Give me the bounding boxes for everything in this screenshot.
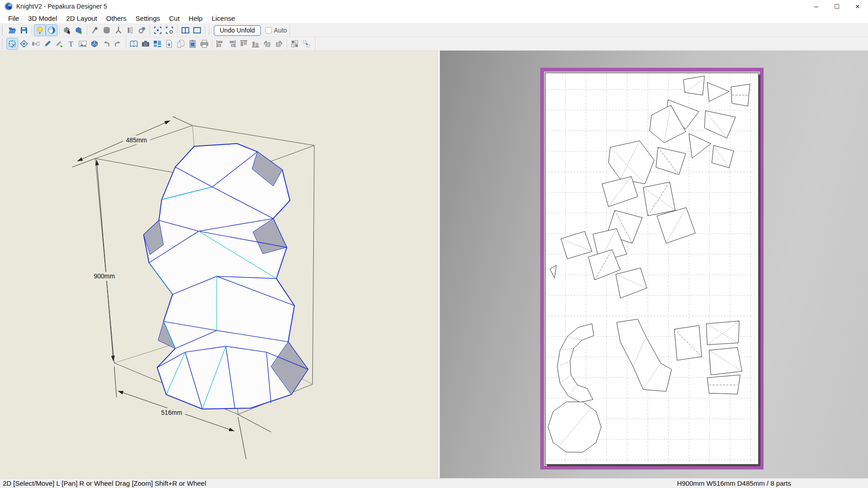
align-left-icon[interactable]: [214, 38, 226, 50]
link-views-icon[interactable]: [136, 24, 148, 36]
status-model-info: H900mm W516mm D485mm / 8 parts: [677, 479, 791, 487]
joint-tool-icon[interactable]: [89, 24, 101, 36]
print-icon[interactable]: [198, 38, 210, 50]
dimension-width: 485mm: [77, 121, 170, 161]
toolbar-grip-2[interactable]: [2, 39, 4, 49]
dimension-height: 900mm: [91, 160, 118, 361]
application-window: KnightV2 - Pepakura Designer 5 ─ ☐ ✕ Fil…: [0, 0, 868, 488]
menu-license[interactable]: License: [207, 14, 240, 23]
menu-others[interactable]: Others: [102, 14, 131, 23]
rotate-part-icon[interactable]: [18, 38, 30, 50]
menu-file[interactable]: File: [4, 14, 24, 23]
main-area: 485mm 900mm 516mm: [0, 51, 868, 478]
toolbar-grip[interactable]: [2, 25, 4, 35]
select-3d-black-icon[interactable]: [61, 24, 73, 36]
toggle-light-icon[interactable]: [34, 24, 46, 36]
single-pane-view-icon[interactable]: [191, 24, 203, 36]
checkbox-icon: [265, 27, 272, 33]
pattern-piece-base-circle[interactable]: [548, 402, 601, 452]
menu-3d-model[interactable]: 3D Model: [24, 14, 61, 23]
toggle-texture-icon[interactable]: [46, 24, 57, 36]
menu-bar: File 3D Model 2D Layout Others Settings …: [0, 13, 868, 23]
arrange-parts-icon[interactable]: [151, 38, 163, 50]
copy-page-icon[interactable]: [175, 38, 187, 50]
measure-tool-icon[interactable]: [113, 24, 124, 36]
menu-2d-layout[interactable]: 2D Layout: [61, 14, 101, 23]
selection-settings-icon[interactable]: [164, 24, 175, 36]
spacing-tool-icon[interactable]: [30, 38, 42, 50]
3d-model-canvas: 485mm 900mm 516mm: [0, 51, 437, 480]
two-pane-view-icon[interactable]: [179, 24, 191, 36]
close-button[interactable]: ✕: [847, 0, 868, 13]
selected-page-frame[interactable]: [540, 68, 764, 469]
title-bar: KnightV2 - Pepakura Designer 5 ─ ☐ ✕: [0, 0, 868, 13]
minimize-button[interactable]: ─: [806, 0, 826, 13]
undo-icon[interactable]: [100, 38, 112, 50]
auto-unfold-checkbox[interactable]: Auto: [265, 27, 287, 34]
rotate-part-left-icon[interactable]: [261, 38, 273, 50]
export-page-icon[interactable]: [163, 38, 175, 50]
toolbar-main: Undo Unfold Auto: [0, 23, 868, 37]
dim-depth-label: 516mm: [161, 409, 182, 416]
window-title: KnightV2 - Pepakura Designer 5: [16, 3, 107, 10]
unfold-pattern-canvas: [546, 73, 758, 464]
menu-settings[interactable]: Settings: [131, 14, 165, 23]
select-3d-green-icon[interactable]: [73, 24, 85, 36]
select-pattern-icon[interactable]: [289, 38, 301, 50]
edge-color-pen-icon[interactable]: [42, 38, 53, 50]
redo-icon[interactable]: [112, 38, 124, 50]
show-3d-position-icon[interactable]: [89, 38, 100, 50]
solid-view-icon[interactable]: [101, 24, 113, 36]
insert-image-icon[interactable]: [77, 38, 89, 50]
align-bottom-icon[interactable]: [250, 38, 261, 50]
undo-unfold-button[interactable]: Undo Unfold: [214, 25, 261, 36]
menu-cut[interactable]: Cut: [165, 14, 184, 23]
pattern-piece-crescent[interactable]: [557, 324, 594, 402]
check-layout-icon[interactable]: [128, 38, 140, 50]
save-file-icon[interactable]: [18, 24, 30, 36]
viewport-3d[interactable]: 485mm 900mm 516mm: [0, 51, 438, 478]
align-right-icon[interactable]: [226, 38, 238, 50]
select-move-icon[interactable]: [6, 38, 18, 50]
viewport-2d[interactable]: [440, 51, 868, 478]
svg-text:T: T: [69, 40, 74, 48]
knight-3d-model[interactable]: [144, 144, 308, 409]
dim-height-label: 900mm: [94, 272, 115, 280]
align-top-icon[interactable]: [238, 38, 250, 50]
toolbar-2d: T: [0, 37, 868, 51]
selection-frame-icon[interactable]: [152, 24, 164, 36]
scale-gauge-icon[interactable]: [124, 24, 136, 36]
status-hint-text: 2D [Select/Move] L [Pan] R or Wheel Drag…: [0, 479, 206, 487]
paste-clipboard-icon[interactable]: [187, 38, 198, 50]
pattern-page[interactable]: [545, 73, 759, 465]
insert-text-icon[interactable]: T: [65, 38, 77, 50]
app-logo-icon: [4, 2, 14, 11]
pattern-piece-group-top[interactable]: [650, 76, 750, 175]
menu-help[interactable]: Help: [184, 14, 207, 23]
maximize-button[interactable]: ☐: [826, 0, 847, 13]
pattern-piece-group-rects[interactable]: [706, 321, 742, 394]
open-file-icon[interactable]: [6, 24, 18, 36]
highlight-pen-icon[interactable]: [53, 38, 65, 50]
capture-icon[interactable]: [140, 38, 151, 50]
merge-pattern-icon[interactable]: [301, 38, 312, 50]
rotate-part-right-icon[interactable]: [273, 38, 285, 50]
auto-label: Auto: [274, 27, 287, 34]
dim-width-label: 485mm: [126, 136, 147, 144]
